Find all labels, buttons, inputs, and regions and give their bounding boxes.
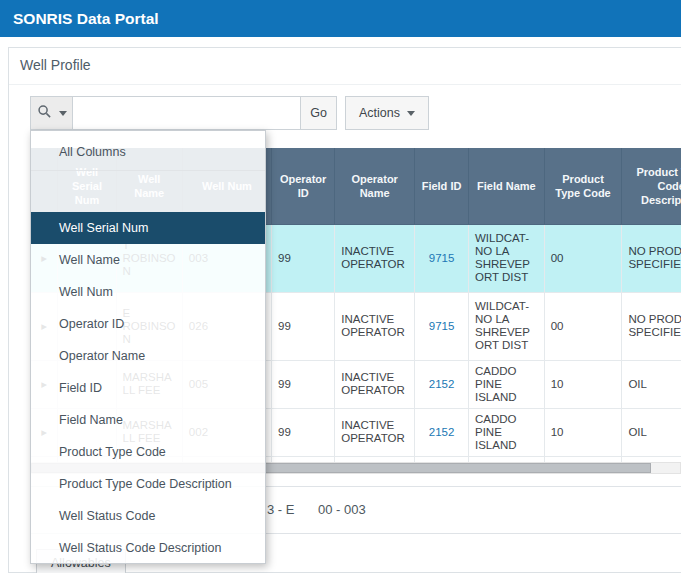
search-icon	[37, 104, 52, 122]
search-column-option-all-columns[interactable]: All Columns	[31, 137, 265, 167]
cell-product-type-code: 10	[544, 408, 622, 456]
search-column-menu: All Columns Well Serial NumWell NameWell…	[30, 130, 266, 564]
cell-product-type-code: 00	[544, 224, 622, 292]
search-column-option[interactable]: Well Name	[31, 244, 265, 276]
field-id-link[interactable]: 2152	[429, 426, 455, 438]
cell-product-type-code: 00	[544, 292, 622, 360]
cell-operator-id: 99	[272, 224, 335, 292]
chevron-down-icon	[59, 111, 67, 116]
cell-field-name: CADDO PINE ISLAND	[468, 360, 544, 408]
cell-product-type-code-description: OIL	[622, 360, 681, 408]
menu-divider	[31, 170, 265, 171]
cell-field-name: CADDO PINE ISLAND	[468, 408, 544, 456]
actions-button[interactable]: Actions	[345, 96, 429, 130]
field-id-link[interactable]: 2152	[429, 378, 455, 390]
search-column-option[interactable]: Product Type Code	[31, 436, 265, 468]
search-column-selector-button[interactable]	[30, 96, 73, 130]
report-search-input[interactable]	[73, 96, 301, 130]
cell-operator-name: INACTIVE OPERATOR	[335, 292, 415, 360]
search-column-option[interactable]: Well Serial Num	[31, 212, 265, 244]
app-header: SONRIS Data Portal	[0, 0, 681, 37]
region-title-divider	[9, 84, 681, 85]
cell-operator-id: 99	[272, 360, 335, 408]
search-column-option[interactable]: Field ID	[31, 372, 265, 404]
chevron-down-icon	[407, 111, 415, 116]
actions-button-label: Actions	[359, 106, 400, 120]
search-column-option[interactable]: Operator Name	[31, 340, 265, 372]
report-toolbar: Go Actions	[30, 96, 429, 130]
search-column-option[interactable]: Operator ID	[31, 308, 265, 340]
go-button[interactable]: Go	[300, 96, 337, 130]
well-detail-title-fragment: 3 - E	[267, 502, 294, 517]
cell-product-type-code: 10	[544, 360, 622, 408]
search-column-option[interactable]: Product Type Code Description	[31, 468, 265, 500]
cell-product-type-code-description: NO PRODUCT SPECIFIED	[622, 224, 681, 292]
column-header-field-name[interactable]: Field Name	[468, 148, 544, 224]
search-column-option[interactable]: Field Name	[31, 404, 265, 436]
column-header-field-id[interactable]: Field ID	[415, 148, 469, 224]
field-id-link[interactable]: 9715	[429, 320, 455, 332]
cell-product-type-code-description: OIL	[622, 408, 681, 456]
cell-field-name: WILDCAT-NO LA SHREVEPORT DIST	[468, 292, 544, 360]
search-column-menu-items: Well Serial NumWell NameWell NumOperator…	[31, 212, 265, 564]
menu-spacer	[31, 174, 265, 212]
column-header-product-type-code-description[interactable]: Product Type Code Description	[622, 148, 681, 224]
cell-field-id: 9715	[415, 224, 469, 292]
search-column-option[interactable]: Well Status Code	[31, 500, 265, 532]
cell-operator-id: 99	[272, 408, 335, 456]
column-header-product-type-code[interactable]: Product Type Code	[544, 148, 622, 224]
well-detail-title-fragment: 00 - 003	[318, 502, 366, 517]
search-column-option[interactable]: Well Status Code Description	[31, 532, 265, 564]
app-title: SONRIS Data Portal	[13, 10, 159, 28]
cell-field-id: 2152	[415, 360, 469, 408]
column-header-operator-id[interactable]: Operator ID	[272, 148, 335, 224]
cell-field-name: WILDCAT-NO LA SHREVEPORT DIST	[468, 224, 544, 292]
cell-field-id: 9715	[415, 292, 469, 360]
cell-operator-name: INACTIVE OPERATOR	[335, 224, 415, 292]
cell-field-id: 2152	[415, 408, 469, 456]
column-header-operator-name[interactable]: Operator Name	[335, 148, 415, 224]
cell-operator-name: INACTIVE OPERATOR	[335, 408, 415, 456]
cell-product-type-code-description: NO PRODUCT SPECIFIED	[622, 292, 681, 360]
field-id-link[interactable]: 9715	[429, 252, 455, 264]
search-column-option[interactable]: Well Num	[31, 276, 265, 308]
cell-operator-name: INACTIVE OPERATOR	[335, 360, 415, 408]
cell-operator-id: 99	[272, 292, 335, 360]
page-title: Well Profile	[20, 57, 91, 73]
